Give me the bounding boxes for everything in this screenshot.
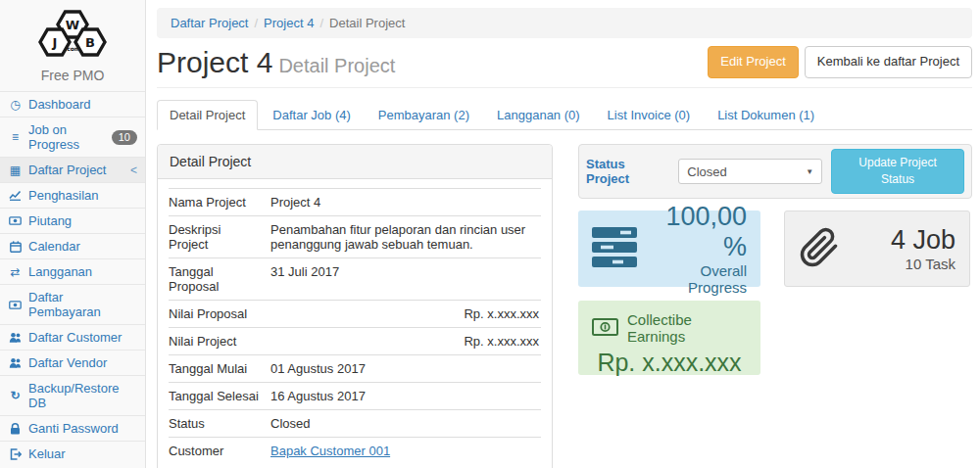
table-row: Deskripsi Project Penambahan fitur pelap… — [169, 216, 541, 258]
header-buttons: Edit Project Kembali ke daftar Project — [708, 46, 972, 77]
sidebar-item-label: Piutang — [28, 213, 72, 228]
exchange-icon: ⇄ — [8, 265, 23, 279]
sidebar-item-label: Daftar Vendor — [28, 355, 107, 370]
app: W J B .com Free PMO ◷ Dashboard ≡ Job on… — [0, 0, 980, 468]
earnings-header: Collectibe Earnings — [592, 311, 747, 345]
row-label: Customer — [169, 438, 270, 465]
overall-progress-card: 100,00 % Overall Progress — [578, 211, 760, 287]
stat-cards-row: 100,00 % Overall Progress 4 Job 10 Task — [578, 211, 972, 287]
edit-project-button[interactable]: Edit Project — [708, 46, 798, 77]
sidebar-item-keluar[interactable]: Keluar — [0, 441, 145, 466]
sidebar-item-backup-restore-db[interactable]: ↻ Backup/Restore DB — [0, 375, 145, 415]
line-chart-icon — [8, 190, 23, 201]
progress-value: 100,00 % — [649, 202, 747, 262]
sidebar-item-job-on-progress[interactable]: ≡ Job on Progress 10 — [0, 117, 145, 157]
table-row: Tanggal Proposal 31 Juli 2017 — [169, 258, 541, 301]
table-icon: ▦ — [8, 164, 23, 177]
row-value: Rp. x.xxx.xxx — [270, 301, 541, 328]
jwb-logo: W J B .com — [27, 7, 118, 62]
detail-table: Nama Project Project 4 Deskripsi Project… — [169, 188, 541, 464]
detail-project-panel: Detail Project Nama Project Project 4 De… — [157, 144, 553, 468]
sidebar-nav: ◷ Dashboard ≡ Job on Progress 10 ▦ Dafta… — [0, 91, 145, 466]
update-status-button[interactable]: Update Project Status — [831, 149, 964, 194]
breadcrumb: Daftar Project/Project 4/Detail Project — [157, 8, 972, 38]
sidebar-item-daftar-project[interactable]: ▦ Daftar Project < — [0, 157, 145, 182]
sidebar-item-ganti-password[interactable]: Ganti Password — [0, 415, 145, 441]
row-label: Tanggal Selesai — [169, 383, 270, 410]
tab-langganan[interactable]: Langganan (0) — [484, 100, 593, 130]
sidebar-item-penghasilan[interactable]: Penghasilan — [0, 182, 145, 208]
tab-daftar-job[interactable]: Daftar Job (4) — [260, 100, 363, 130]
earnings-card: Collectibe Earnings Rp. x.xxx.xxx — [578, 301, 760, 375]
row-value: Closed — [270, 410, 541, 438]
table-row: Nilai Proposal Rp. x.xxx.xxx — [169, 301, 541, 328]
row-value: 16 Agustus 2017 — [270, 383, 541, 410]
breadcrumb-current: Detail Project — [329, 16, 405, 30]
users-icon — [8, 332, 23, 343]
refresh-icon: ↻ — [8, 389, 23, 402]
tab-pembayaran[interactable]: Pembayaran (2) — [366, 100, 482, 130]
panel-body: Nama Project Project 4 Deskripsi Project… — [158, 179, 552, 468]
sidebar: W J B .com Free PMO ◷ Dashboard ≡ Job on… — [0, 0, 146, 468]
money-icon — [592, 318, 618, 339]
tab-list-invoice[interactable]: List Invoice (0) — [595, 100, 704, 130]
money-icon — [8, 301, 23, 309]
table-row: Tanggal Mulai 01 Agustus 2017 — [169, 355, 541, 383]
sidebar-item-calendar[interactable]: Calendar — [0, 233, 145, 258]
status-column: Status Project Closed ▼ Update Project S… — [578, 144, 972, 468]
sidebar-item-label: Daftar Customer — [28, 330, 122, 345]
tasks-icon — [592, 227, 637, 271]
table-row: Tanggal Selesai 16 Agustus 2017 — [169, 383, 541, 410]
row-value: Penambahan fitur pelaporan dan rincian u… — [270, 216, 541, 258]
sidebar-item-langganan[interactable]: ⇄ Langganan — [0, 258, 145, 284]
status-select-value: Closed — [687, 164, 726, 179]
status-project-bar: Status Project Closed ▼ Update Project S… — [578, 144, 972, 199]
breadcrumb-link-daftar-project[interactable]: Daftar Project — [171, 16, 248, 30]
job-count-value: 4 Job — [852, 225, 956, 256]
sign-out-icon — [8, 448, 23, 460]
row-label: Tanggal Mulai — [169, 355, 270, 383]
status-project-label: Status Project — [586, 157, 669, 186]
progress-text: 100,00 % Overall Progress — [649, 202, 747, 296]
caret-down-icon: ▼ — [806, 167, 813, 176]
tab-list-dokumen[interactable]: List Dokumen (1) — [705, 100, 827, 130]
sidebar-item-label: Langganan — [28, 264, 92, 279]
page-title-text: Project 4 — [157, 46, 272, 78]
sidebar-item-label: Penghasilan — [28, 188, 99, 203]
earnings-value: Rp. x.xxx.xxx — [592, 349, 747, 377]
task-count-label: 10 Task — [852, 256, 956, 272]
breadcrumb-separator: / — [319, 16, 323, 30]
sidebar-item-dashboard[interactable]: ◷ Dashboard — [0, 91, 145, 117]
sidebar-item-daftar-vendor[interactable]: Daftar Vendor — [0, 350, 145, 375]
sidebar-item-daftar-pembayaran[interactable]: Daftar Pembayaran — [0, 284, 145, 324]
sidebar-item-piutang[interactable]: Piutang — [0, 208, 145, 233]
svg-text:.com: .com — [65, 45, 80, 52]
chevron-left-icon: < — [130, 164, 137, 177]
status-select[interactable]: Closed ▼ — [678, 159, 822, 184]
customer-link[interactable]: Bapak Customer 001 — [270, 444, 390, 458]
sidebar-item-label: Calendar — [28, 239, 80, 254]
lock-icon — [8, 423, 23, 435]
row-label: Deskripsi Project — [169, 216, 270, 258]
main-content: Daftar Project/Project 4/Detail Project … — [146, 0, 980, 468]
row-value: Bapak Customer 001 — [270, 438, 541, 465]
sidebar-item-label: Dashboard — [28, 97, 91, 112]
tab-detail-project[interactable]: Detail Project — [157, 100, 258, 130]
breadcrumb-link-project-4[interactable]: Project 4 — [264, 16, 314, 30]
page-subtitle: Detail Project — [278, 55, 395, 76]
breadcrumb-separator: / — [254, 16, 258, 30]
row-value: Project 4 — [270, 189, 541, 216]
earnings-label: Collectibe Earnings — [627, 311, 747, 345]
table-row: Status Closed — [169, 410, 541, 438]
sidebar-item-daftar-customer[interactable]: Daftar Customer — [0, 324, 145, 350]
sidebar-item-label: Ganti Password — [28, 421, 119, 436]
svg-text:B: B — [85, 35, 95, 50]
table-row: Customer Bapak Customer 001 — [169, 438, 541, 465]
back-to-list-button[interactable]: Kembali ke daftar Project — [805, 46, 972, 77]
sidebar-item-label: Daftar Project — [28, 163, 106, 177]
row-value: Rp. x.xxx.xxx — [270, 328, 541, 355]
row-label: Nilai Project — [169, 328, 270, 355]
tab-content: Detail Project Nama Project Project 4 De… — [157, 130, 972, 468]
calendar-icon — [8, 241, 23, 253]
sidebar-item-label: Keluar — [28, 446, 66, 461]
